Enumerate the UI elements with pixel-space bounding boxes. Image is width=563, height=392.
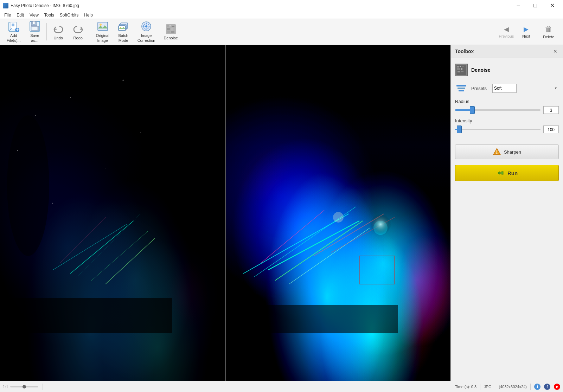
app-icon — [3, 3, 8, 8]
zoom-slider[interactable] — [10, 386, 38, 387]
svg-rect-64 — [457, 68, 460, 70]
svg-rect-9 — [33, 21, 35, 24]
intensity-section: Intensity 100 — [455, 118, 559, 133]
svg-rect-62 — [460, 66, 461, 67]
title-bar-left: Easy Photo Denoise - IMG_8760.jpg — [3, 3, 79, 8]
menu-tools[interactable]: Tools — [41, 12, 57, 18]
redo-button[interactable]: Redo — [69, 20, 88, 43]
image-correction-label: Image Correction — [137, 33, 155, 43]
run-label: Run — [507, 170, 518, 176]
menu-file[interactable]: File — [1, 12, 14, 18]
maximize-button[interactable]: □ — [527, 0, 543, 11]
status-divider-1 — [43, 384, 43, 390]
next-button[interactable]: ▶ Next — [518, 24, 534, 40]
image-viewer — [0, 45, 450, 381]
delete-button[interactable]: 🗑 Delete — [540, 23, 557, 41]
toolbox-close-button[interactable]: ✕ — [552, 48, 559, 55]
denoise-icon — [455, 64, 468, 76]
batch-mode-button[interactable]: Batch Mode — [114, 20, 133, 43]
sharpen-button[interactable]: Sharpen — [455, 144, 559, 159]
title-bar: Easy Photo Denoise - IMG_8760.jpg – □ ✕ — [0, 0, 563, 11]
menu-help[interactable]: Help — [81, 12, 96, 18]
status-right: Time (s): 0.3 JPG (4032x3024x24) ℹ f ▶ — [455, 384, 560, 390]
dimensions-label: (4032x3024x24) — [499, 385, 527, 389]
status-bar: 1:1 Time (s): 0.3 JPG (4032x3024x24) ℹ f… — [0, 381, 563, 392]
left-image-panel — [0, 45, 226, 381]
intensity-slider-track[interactable] — [455, 129, 540, 130]
window-controls: – □ ✕ — [510, 0, 560, 11]
menu-edit[interactable]: Edit — [14, 12, 27, 18]
previous-button[interactable]: ◀ Previous — [495, 24, 517, 40]
radius-label: Radius — [455, 99, 559, 104]
main-area: Toolbox ✕ Denoise — [0, 45, 563, 381]
status-divider-3 — [495, 384, 495, 390]
zoom-section: 1:1 — [3, 385, 38, 389]
save-as-label: Save as... — [30, 33, 39, 43]
denoise-toolbar-icon — [165, 24, 177, 35]
intensity-slider-thumb[interactable] — [457, 126, 462, 133]
previous-label: Previous — [499, 34, 514, 38]
time-label: Time (s): 0.3 — [455, 385, 476, 389]
radius-slider-thumb[interactable] — [470, 106, 475, 114]
toolbar: Add File(s)... Save as... Undo — [0, 19, 563, 45]
svg-rect-67 — [461, 71, 463, 72]
delete-icon: 🗑 — [545, 25, 552, 34]
svg-rect-28 — [171, 28, 173, 31]
minimize-button[interactable]: – — [510, 0, 526, 11]
preset-section: Presets Soft Medium Hard Custom — [455, 82, 559, 95]
redo-label: Redo — [73, 36, 83, 40]
svg-rect-25 — [169, 25, 171, 26]
menu-softorbits[interactable]: SoftOrbits — [57, 12, 81, 18]
svg-rect-63 — [462, 66, 464, 67]
add-files-label: Add File(s)... — [7, 33, 21, 43]
undo-icon — [53, 24, 64, 35]
radius-slider-track[interactable] — [455, 109, 540, 111]
image-correction-button[interactable]: Image Correction — [134, 20, 159, 43]
delete-label: Delete — [543, 35, 554, 39]
svg-rect-24 — [167, 25, 169, 27]
svg-point-13 — [100, 24, 102, 26]
close-button[interactable]: ✕ — [544, 0, 560, 11]
svg-point-22 — [145, 25, 147, 27]
intensity-label: Intensity — [455, 118, 559, 123]
svg-rect-73 — [502, 172, 503, 174]
toolbox-content: Denoise Presets Soft Medium Hard Custom — [451, 58, 563, 185]
undo-button[interactable]: Undo — [49, 20, 68, 43]
sharpen-label: Sharpen — [504, 149, 521, 155]
original-image-button[interactable]: Original Image — [92, 20, 113, 43]
svg-rect-2 — [12, 24, 14, 26]
radius-slider-row: 3 — [455, 106, 559, 114]
batch-mode-label: Batch Mode — [119, 33, 128, 43]
menu-view[interactable]: View — [27, 12, 41, 18]
radius-value[interactable]: 3 — [543, 106, 559, 114]
run-button[interactable]: Run — [455, 165, 559, 181]
zoom-label: 1:1 — [3, 385, 8, 389]
save-as-button[interactable]: Save as... — [25, 20, 44, 43]
denoise-toolbar-button[interactable]: Denoise — [160, 20, 181, 43]
zoom-thumb[interactable] — [23, 385, 26, 388]
denoise-toolbar-label: Denoise — [164, 36, 178, 40]
undo-label: Undo — [54, 36, 63, 40]
correction-icon — [141, 21, 152, 32]
original-image-label: Original Image — [96, 33, 109, 43]
right-image-panel — [226, 45, 451, 381]
svg-rect-11 — [32, 27, 37, 30]
intensity-slider-row: 100 — [455, 126, 559, 133]
facebook-icon[interactable]: f — [544, 384, 550, 390]
toolbox-title: Toolbox — [455, 49, 474, 54]
next-label: Next — [522, 34, 530, 38]
svg-rect-65 — [461, 68, 462, 70]
presets-label: Presets — [471, 86, 489, 91]
denoised-image — [226, 45, 451, 381]
add-files-button[interactable]: Add File(s)... — [3, 20, 25, 43]
svg-rect-61 — [457, 66, 459, 68]
intensity-value[interactable]: 100 — [543, 126, 559, 133]
preset-select-wrapper: Soft Medium Hard Custom — [492, 84, 559, 93]
save-icon — [29, 21, 40, 32]
radius-section: Radius 3 — [455, 99, 559, 114]
redo-icon — [72, 24, 84, 35]
info-icon[interactable]: ℹ — [534, 384, 540, 390]
preset-select[interactable]: Soft Medium Hard Custom — [492, 84, 517, 93]
menu-bar: File Edit View Tools SoftOrbits Help — [0, 11, 563, 19]
youtube-icon[interactable]: ▶ — [554, 384, 560, 390]
